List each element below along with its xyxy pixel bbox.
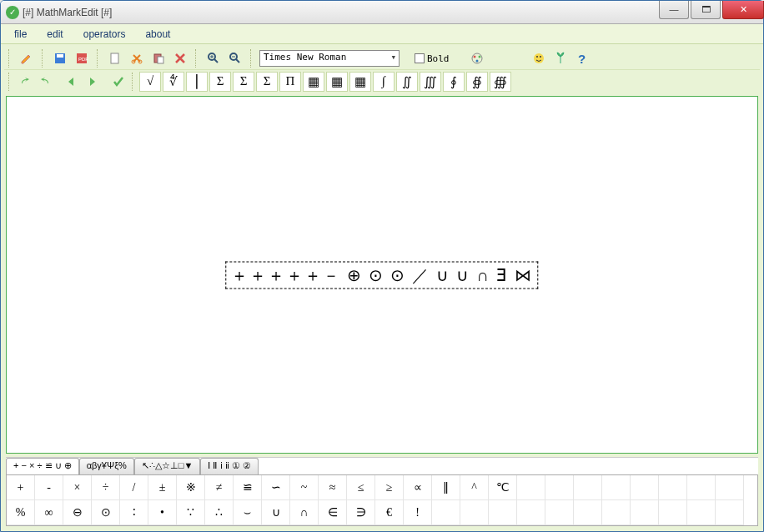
tab-basic-ops[interactable]: + − × ÷ ≌ ∪ ⊕ (6, 458, 79, 474)
symbol-cell[interactable]: ∵ (177, 500, 205, 525)
symbol-cell-empty (545, 500, 574, 525)
symbol-cell[interactable]: ≤ (347, 475, 375, 500)
operator-btn-9[interactable]: ▦ (349, 72, 371, 92)
operator-btn-11[interactable]: ∬ (396, 72, 418, 92)
bold-checkbox[interactable]: Bold (415, 53, 450, 64)
operator-btn-12[interactable]: ∭ (420, 72, 441, 92)
symbol-cell-empty (602, 500, 631, 525)
symbol-cell-empty (631, 475, 659, 500)
plant-icon[interactable] (551, 49, 570, 68)
symbol-cell[interactable]: ∝ (404, 475, 432, 500)
edit-icon[interactable] (18, 49, 36, 68)
operator-btn-7[interactable]: ▦ (303, 72, 324, 92)
symbol-cell[interactable] (489, 500, 517, 525)
menu-file[interactable]: file (6, 27, 35, 42)
symbol-cell[interactable]: ≥ (375, 475, 404, 500)
operator-btn-15[interactable]: ∰ (490, 72, 511, 92)
symbol-cell[interactable]: ℃ (489, 475, 517, 500)
operator-btn-8[interactable]: ▦ (326, 72, 348, 92)
bold-checkbox-box[interactable] (415, 53, 425, 63)
next-icon[interactable] (83, 73, 101, 91)
tab-roman[interactable]: Ⅰ Ⅱ ⅰ ⅱ ① ② (200, 458, 258, 474)
editor-canvas[interactable]: ＋＋＋＋＋－ ⊕ ⊙ ⊙ ／ ∪ ∪ ∩ Ǝ ⋈ (6, 96, 758, 454)
menu-about[interactable]: about (137, 27, 178, 42)
symbol-cell[interactable]: ⌣ (234, 500, 262, 525)
symbol-cell[interactable]: ※ (177, 475, 205, 500)
symbol-cell[interactable]: ∶ (120, 500, 148, 525)
tab-shapes[interactable]: ↖∴△☆⊥□▼ (134, 458, 201, 474)
operator-btn-3[interactable]: Σ (209, 72, 231, 92)
check-icon[interactable] (109, 73, 128, 91)
window-title: [#] MathMarkEdit [#] (23, 7, 112, 18)
zoom-out-icon[interactable] (226, 49, 244, 68)
symbol-cell[interactable]: ± (148, 475, 177, 500)
operator-btn-1[interactable]: ∜ (163, 72, 184, 92)
symbol-cell[interactable]: ~ (290, 475, 319, 500)
operator-btn-14[interactable]: ∯ (466, 72, 488, 92)
symbol-cell[interactable]: € (375, 500, 404, 525)
symbol-cell[interactable] (460, 500, 489, 525)
zoom-in-icon[interactable] (204, 49, 223, 68)
symbol-cell[interactable] (432, 500, 460, 525)
operator-btn-13[interactable]: ∮ (443, 72, 465, 92)
symbol-cell[interactable]: / (120, 475, 148, 500)
operator-btn-10[interactable]: ∫ (373, 72, 395, 92)
smiley-icon[interactable] (530, 49, 548, 68)
help-icon[interactable]: ? (573, 49, 591, 68)
symbol-cell[interactable]: × (63, 475, 92, 500)
font-value: Times New Roman (264, 52, 346, 63)
symbol-cell[interactable]: ⊖ (63, 500, 92, 525)
symbol-cell-empty (631, 500, 659, 525)
operator-btn-2[interactable]: ⎮ (186, 72, 208, 92)
svg-rect-8 (158, 57, 163, 63)
svg-point-13 (478, 56, 480, 58)
toolbar-main: PDF Times New Roman Bold ? (4, 48, 760, 69)
symbol-cell[interactable]: - (35, 475, 63, 500)
symbol-cell-empty (659, 500, 687, 525)
symbol-cell[interactable]: ∽ (262, 475, 290, 500)
svg-rect-4 (111, 53, 118, 63)
cut-icon[interactable] (128, 49, 146, 68)
symbol-cell[interactable]: ^ (460, 475, 489, 500)
symbol-grid: +-×÷/±※≠≌∽~≈≤≥∝‖^℃ %∞⊖⊙∶•∵∴⌣∪∩∈∋€! (6, 474, 758, 526)
symbol-cell[interactable]: • (148, 500, 177, 525)
new-icon[interactable] (106, 49, 124, 68)
paste-icon[interactable] (149, 49, 168, 68)
symbol-cell[interactable]: ≌ (234, 475, 262, 500)
symbol-cell[interactable]: ‖ (432, 475, 460, 500)
symbol-cell[interactable]: ∪ (262, 500, 290, 525)
minimize-button[interactable]: — (659, 1, 689, 19)
symbol-cell[interactable]: ≈ (319, 475, 347, 500)
pdf-icon[interactable]: PDF (73, 49, 91, 68)
tab-greek[interactable]: αβγ¥Ψξ% (79, 458, 134, 474)
symbol-cell[interactable]: ≠ (205, 475, 234, 500)
formula-selection[interactable]: ＋＋＋＋＋－ ⊕ ⊙ ⊙ ／ ∪ ∪ ∩ Ǝ ⋈ (225, 261, 538, 289)
maximize-button[interactable]: 🗖 (691, 1, 721, 19)
svg-point-17 (540, 56, 541, 58)
symbol-cell[interactable]: ⊙ (92, 500, 120, 525)
symbol-cell[interactable]: % (7, 500, 35, 525)
symbol-cell[interactable]: + (7, 475, 35, 500)
symbol-cell[interactable]: ! (404, 500, 432, 525)
menu-edit[interactable]: edit (38, 27, 71, 42)
symbol-cell[interactable]: ∋ (347, 500, 375, 525)
operator-btn-4[interactable]: Σ (233, 72, 254, 92)
symbol-cell[interactable]: ∴ (205, 500, 234, 525)
prev-icon[interactable] (63, 73, 81, 91)
redo-icon[interactable] (16, 73, 34, 91)
delete-icon[interactable] (171, 49, 189, 68)
operator-btn-5[interactable]: Σ (256, 72, 278, 92)
undo-icon[interactable] (36, 73, 54, 91)
menu-operators[interactable]: operators (75, 27, 134, 42)
close-button[interactable]: ✕ (722, 1, 764, 19)
symbol-cell[interactable]: ∈ (319, 500, 347, 525)
symbol-cell[interactable]: ∞ (35, 500, 63, 525)
symbol-cell[interactable]: ∩ (290, 500, 319, 525)
operator-btn-0[interactable]: √ (139, 72, 161, 92)
svg-point-16 (536, 56, 538, 58)
font-select[interactable]: Times New Roman (259, 50, 400, 67)
color-picker-icon[interactable] (468, 49, 486, 68)
symbol-cell[interactable]: ÷ (92, 475, 120, 500)
save-icon[interactable] (51, 49, 69, 68)
operator-btn-6[interactable]: Π (279, 72, 301, 92)
